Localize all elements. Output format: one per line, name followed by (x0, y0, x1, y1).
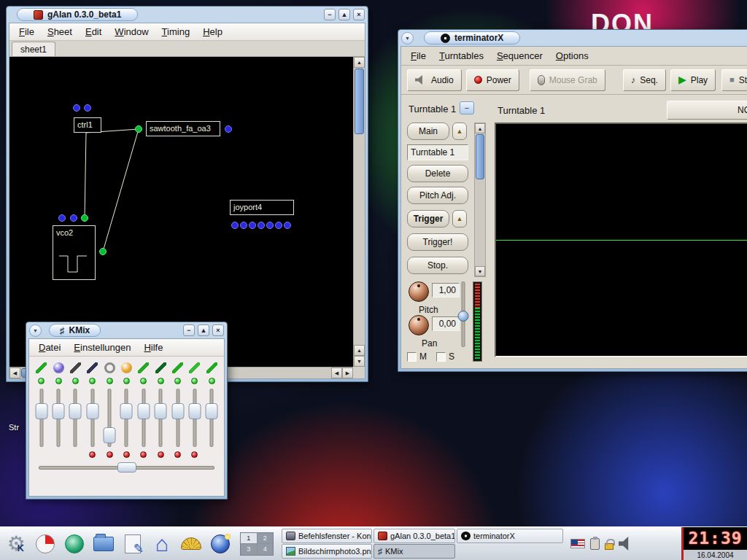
power-button[interactable]: Power (466, 69, 519, 91)
port-green[interactable] (99, 248, 107, 255)
turntable-name-field[interactable]: Turntable 1 (407, 144, 468, 160)
balance-slider[interactable] (39, 461, 214, 474)
node-sawtooth[interactable]: sawtooth_fa_oa3 (146, 121, 220, 136)
menu-sheet[interactable]: Sheet (41, 24, 79, 39)
volume-slider[interactable] (204, 387, 220, 448)
window-menu-button[interactable]: ▼ (29, 324, 42, 337)
scrollbar-track[interactable] (475, 180, 485, 266)
volume-slider[interactable] (84, 387, 101, 448)
menu-options[interactable]: Options (549, 48, 595, 63)
slider-handle[interactable] (86, 403, 98, 419)
mouse-grab-button[interactable]: Mouse Grab (530, 69, 605, 91)
galan-titlebar[interactable]: gAlan 0.3.0_beta1 − ▲ × (7, 7, 368, 23)
menu-hilfe[interactable]: Hilfe (137, 340, 169, 355)
scrollbar-thumb[interactable] (355, 69, 364, 134)
menu-window[interactable]: Window (108, 24, 155, 39)
collapse-button[interactable]: − (460, 101, 474, 114)
task-terminatorx[interactable]: terminatorX (457, 529, 563, 543)
scroll-up-button[interactable]: ▲ (475, 123, 485, 133)
task-konsole[interactable]: Befehlsfenster - Kons... (282, 529, 372, 543)
launcher-konsole[interactable] (177, 529, 206, 559)
checkbox-box[interactable] (407, 352, 417, 362)
port-blue[interactable] (84, 104, 91, 112)
volume-slider[interactable] (33, 387, 50, 448)
volume-icon[interactable] (619, 537, 635, 551)
solo-checkbox[interactable]: S (436, 351, 454, 362)
menu-file[interactable]: File (404, 48, 433, 63)
file-button[interactable]: NO (667, 101, 747, 120)
channel-led[interactable] (209, 378, 215, 384)
slider-handle[interactable] (155, 403, 167, 419)
menu-file[interactable]: File (12, 24, 41, 39)
scroll-left-button[interactable]: ◀ (331, 368, 342, 378)
taskbar-clock[interactable]: 21:39 16.04.2004 (681, 527, 747, 560)
scrollbar-track[interactable] (354, 135, 365, 345)
launcher-editor[interactable]: ✎ (118, 529, 147, 559)
node-joyport[interactable]: joyport4 (230, 200, 294, 215)
menu-turntables[interactable]: Turntables (433, 48, 490, 63)
menu-sequencer[interactable]: Sequencer (490, 48, 549, 63)
channel-led[interactable] (89, 378, 96, 384)
port-green[interactable] (135, 125, 142, 133)
close-button[interactable]: × (212, 324, 224, 336)
channel-led[interactable] (55, 378, 62, 384)
main-spin-up-button[interactable]: ▲ (452, 122, 467, 140)
slider-handle[interactable] (171, 403, 184, 419)
terminatorx-titlebar[interactable]: ▼ terminatorX (398, 30, 747, 46)
stop-button[interactable]: ■ Stop (721, 69, 747, 91)
lock-icon[interactable] (605, 543, 614, 550)
channel-led[interactable] (107, 378, 113, 384)
slider-handle[interactable] (206, 403, 218, 419)
record-led[interactable] (140, 451, 147, 458)
volume-slider[interactable] (458, 281, 468, 347)
pitch-adj-button[interactable]: Pitch Adj. (407, 187, 468, 204)
record-led[interactable] (38, 451, 44, 458)
port-blue[interactable] (258, 222, 265, 229)
tab-sheet1[interactable]: sheet1 (12, 42, 55, 56)
channel-led[interactable] (174, 378, 181, 384)
record-led[interactable] (72, 451, 79, 458)
scroll-left-button[interactable]: ◀ (9, 368, 20, 378)
volume-slider[interactable] (67, 387, 84, 448)
scroll-down-button[interactable]: ▼ (475, 266, 485, 276)
scroll-up-button[interactable]: ▲ (354, 57, 365, 68)
record-led[interactable] (158, 451, 164, 458)
port-blue[interactable] (249, 222, 256, 229)
seq-button[interactable]: ♪ Seq. (623, 69, 666, 91)
launcher-disc[interactable] (31, 529, 60, 559)
desktop-icon-label[interactable]: Str (9, 423, 19, 432)
slider-handle[interactable] (458, 311, 469, 322)
galan-title-capsule[interactable]: gAlan 0.3.0_beta1 (17, 8, 138, 21)
volume-slider[interactable] (152, 387, 169, 448)
menu-einstellungen[interactable]: Einstellungen (67, 340, 137, 355)
pager-desktop-1[interactable]: 1 (241, 533, 257, 544)
waveform-display[interactable] (495, 122, 747, 357)
maximize-button[interactable]: ▲ (338, 9, 350, 20)
menu-help[interactable]: Help (196, 24, 229, 39)
galan-canvas[interactable]: ctrl1 sawtooth_fa_oa3 joyport4 (9, 57, 353, 367)
port-blue[interactable] (231, 222, 239, 229)
play-button[interactable]: ▶ Play (670, 69, 716, 91)
launcher-files[interactable] (89, 529, 118, 559)
port-blue[interactable] (58, 214, 66, 222)
record-led[interactable] (55, 451, 62, 458)
keyboard-layout-flag-icon[interactable] (570, 539, 585, 548)
record-led[interactable] (89, 451, 96, 458)
channel-led[interactable] (123, 378, 130, 384)
channel-led[interactable] (191, 378, 198, 384)
task-galan[interactable]: gAlan 0.3.0_beta1 (374, 529, 455, 543)
pager-desktop-4[interactable]: 4 (258, 544, 274, 555)
menu-edit[interactable]: Edit (79, 24, 108, 39)
close-button[interactable]: × (353, 9, 365, 20)
task-kmix[interactable]: ♯ KMix (374, 544, 455, 559)
slider-handle[interactable] (53, 403, 65, 419)
port-blue[interactable] (266, 222, 274, 229)
record-led[interactable] (191, 451, 198, 458)
node-vco2[interactable]: vco2 (53, 225, 96, 280)
scroll-right-button[interactable]: ▶ (342, 368, 353, 378)
volume-slider[interactable] (169, 387, 186, 448)
channel-led[interactable] (72, 378, 79, 384)
audio-button[interactable]: Audio (407, 69, 462, 91)
minimize-button[interactable]: − (324, 9, 336, 20)
pan-value-field[interactable]: 0,00 (432, 316, 460, 331)
